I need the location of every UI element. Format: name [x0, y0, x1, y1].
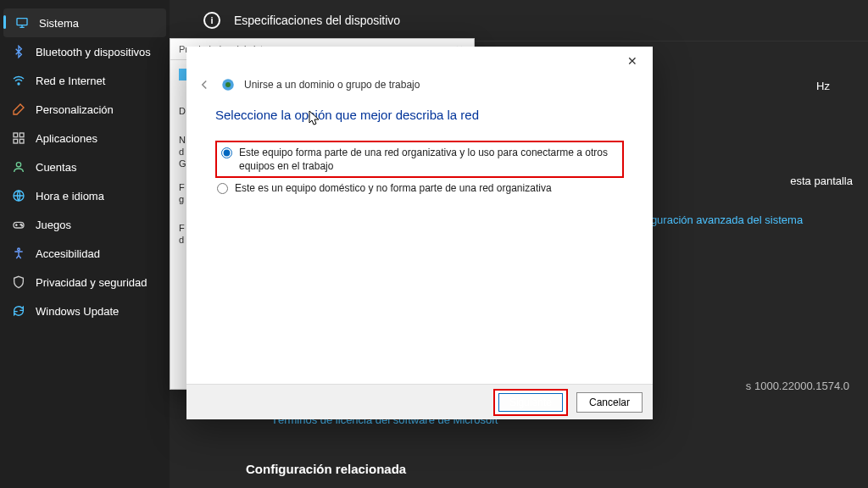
svg-point-15 — [18, 248, 20, 251]
access-icon — [12, 247, 25, 260]
radio-option-home[interactable]: Este es un equipo doméstico y no forma p… — [215, 180, 624, 197]
sidebar-item-label: Privacidad y seguridad — [36, 276, 147, 289]
device-spec-row[interactable]: i Especificaciones del dispositivo — [170, 0, 868, 42]
dialog-header-text: Unirse a un dominio o grupo de trabajo — [244, 79, 420, 91]
sidebar-item-label: Juegos — [36, 219, 71, 231]
network-wizard-icon — [220, 77, 236, 92]
advanced-system-link[interactable]: iguración avanzada del sistema — [648, 214, 803, 226]
sidebar-item-accessibility[interactable]: Accesibilidad — [0, 239, 170, 268]
sidebar-item-label: Hora e idioma — [36, 190, 104, 202]
device-spec-label: Especificaciones del dispositivo — [234, 14, 400, 27]
svg-point-14 — [21, 225, 22, 226]
info-icon: i — [203, 12, 220, 29]
svg-rect-0 — [17, 19, 27, 25]
sidebar-item-label: Sistema — [39, 17, 79, 30]
radio-organizational-label: Este equipo forma parte de una red organ… — [239, 146, 618, 173]
join-domain-dialog: ✕ Unirse a un dominio o grupo de trabajo… — [186, 47, 653, 419]
sidebar-item-label: Cuentas — [36, 161, 76, 174]
cursor-icon — [309, 110, 320, 125]
radio-option-organizational[interactable]: Este equipo forma parte de una red organ… — [220, 144, 620, 175]
svg-point-3 — [18, 83, 19, 85]
sidebar-item-label: Personalización — [36, 103, 114, 116]
update-icon — [12, 304, 25, 318]
radio-home-label: Este es un equipo doméstico y no forma p… — [235, 181, 552, 195]
back-arrow-icon[interactable] — [197, 77, 212, 92]
svg-rect-5 — [19, 133, 24, 137]
close-icon[interactable]: ✕ — [627, 55, 641, 69]
sidebar-item-bluetooth[interactable]: Bluetooth y dispositivos — [0, 37, 170, 66]
sidebar-item-label: Windows Update — [36, 305, 119, 318]
svg-rect-6 — [14, 139, 18, 143]
brush-icon — [12, 103, 25, 116]
shield-icon — [12, 275, 25, 289]
radio-organizational-input[interactable] — [221, 147, 232, 158]
sidebar-item-accounts[interactable]: Cuentas — [0, 152, 170, 181]
sidebar-item-privacy[interactable]: Privacidad y seguridad — [0, 268, 170, 297]
globe-icon — [12, 189, 25, 202]
version-fragment: s 1000.22000.1574.0 — [746, 380, 849, 392]
svg-point-8 — [16, 163, 20, 167]
sidebar-item-label: Aplicaciones — [36, 132, 97, 145]
sidebar-item-network[interactable]: Red e Internet — [0, 66, 170, 95]
sidebar-item-time-language[interactable]: Hora e idioma — [0, 181, 170, 210]
user-icon — [12, 160, 25, 174]
system-icon — [15, 16, 29, 30]
network-type-radio-group: Este equipo forma parte de una red organ… — [215, 141, 624, 197]
dialog-heading: Seleccione la opción que mejor describa … — [215, 108, 624, 122]
screen-fragment: esta pantalla — [790, 175, 853, 187]
next-button[interactable]: Siguiente — [493, 389, 568, 416]
dialog-footer: Siguiente Cancelar — [186, 384, 653, 419]
bluetooth-icon — [12, 45, 25, 58]
sidebar-item-label: Bluetooth y dispositivos — [36, 46, 151, 58]
cancel-button[interactable]: Cancelar — [576, 392, 643, 413]
sidebar-item-label: Red e Internet — [36, 75, 105, 87]
related-config-heading: Configuración relacionada — [246, 462, 406, 476]
radio-home-input[interactable] — [217, 183, 228, 194]
sidebar-item-update[interactable]: Windows Update — [0, 297, 170, 325]
hz-fragment: Hz — [816, 80, 830, 92]
sidebar-item-gaming[interactable]: Juegos — [0, 210, 170, 239]
svg-point-17 — [225, 82, 231, 87]
settings-sidebar: Sistema Bluetooth y dispositivos Red e I… — [0, 0, 170, 488]
svg-rect-7 — [19, 139, 24, 143]
svg-rect-4 — [14, 133, 18, 137]
dialog-header: Unirse a un dominio o grupo de trabajo — [186, 47, 653, 92]
sidebar-item-system[interactable]: Sistema — [3, 8, 166, 37]
highlighted-option: Este equipo forma parte de una red organ… — [215, 141, 624, 178]
sidebar-item-apps[interactable]: Aplicaciones — [0, 124, 170, 152]
wifi-icon — [12, 74, 25, 87]
apps-icon — [12, 131, 25, 145]
sidebar-item-personalization[interactable]: Personalización — [0, 95, 170, 124]
games-icon — [12, 218, 25, 231]
sidebar-item-label: Accesibilidad — [36, 247, 100, 260]
